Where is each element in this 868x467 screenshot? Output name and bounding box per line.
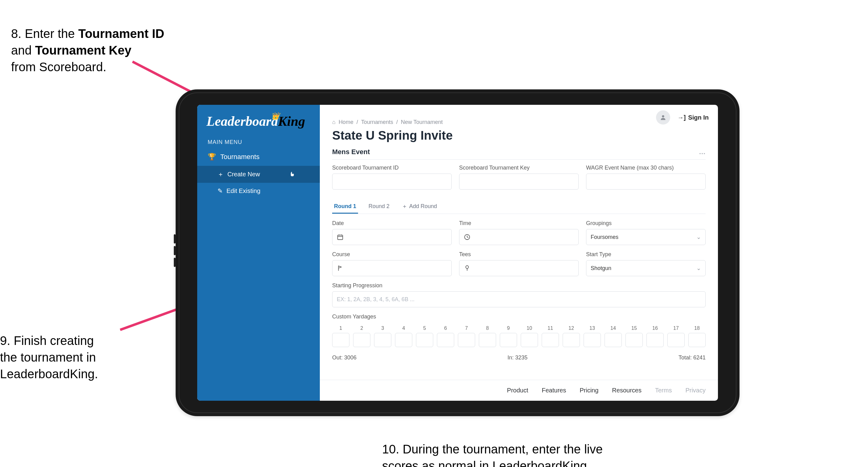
tablet-side-buttons [174, 234, 176, 269]
hole-number: 1 [332, 325, 349, 333]
hole-column: 8 [479, 325, 496, 347]
hole-yardage-input[interactable] [647, 333, 664, 347]
hole-yardage-input[interactable] [479, 333, 496, 347]
hole-yardage-input[interactable] [437, 333, 454, 347]
hole-number: 7 [458, 325, 475, 333]
breadcrumb-tournaments[interactable]: Tournaments [361, 119, 393, 125]
add-round-button[interactable]: ＋ Add Round [400, 199, 439, 214]
hole-number: 12 [563, 325, 580, 333]
breadcrumb: ⌂ Home / Tournaments / New Tournament [332, 119, 706, 125]
add-round-label: Add Round [409, 203, 437, 210]
footer-link-pricing[interactable]: Pricing [580, 387, 598, 394]
more-icon[interactable]: … [699, 148, 706, 156]
label-course: Course [332, 251, 452, 258]
sidebar-item-create-new[interactable]: ＋ Create New [197, 166, 320, 183]
hole-yardage-input[interactable] [688, 333, 706, 347]
sidebar-section-label: MAIN MENU [197, 135, 320, 148]
hole-yardage-input[interactable] [521, 333, 538, 347]
hole-yardage-input[interactable] [353, 333, 370, 347]
user-icon [660, 114, 666, 121]
hole-yardage-input[interactable] [416, 333, 433, 347]
hole-yardage-input[interactable] [584, 333, 601, 347]
hole-number: 15 [625, 325, 643, 333]
footer: Product Features Pricing Resources Terms… [320, 380, 718, 401]
footer-link-product[interactable]: Product [507, 387, 528, 394]
app-sidebar: LeaderboardKing 👑 MAIN MENU 🏆 Tournament… [197, 105, 320, 401]
tablet-frame: LeaderboardKing 👑 MAIN MENU 🏆 Tournament… [176, 89, 740, 416]
sidebar-item-tournaments[interactable]: 🏆 Tournaments [197, 148, 320, 166]
sidebar-item-label: Tournaments [220, 153, 259, 161]
select-groupings-value: Foursomes [591, 234, 618, 240]
input-wagr-event-name[interactable] [586, 174, 706, 189]
logo-text-king: King [278, 114, 305, 129]
main-content: →] Sign In ⌂ Home / Tournaments / New To… [320, 105, 718, 401]
hole-yardage-input[interactable] [395, 333, 412, 347]
hole-number: 18 [688, 325, 706, 333]
label-tees: Tees [459, 251, 579, 258]
footer-link-resources[interactable]: Resources [612, 387, 642, 394]
input-scoreboard-tournament-id[interactable] [332, 174, 452, 189]
annotation-text: and [11, 43, 35, 57]
footer-link-terms[interactable]: Terms [655, 387, 672, 394]
annotation-text-bold: Tournament Key [35, 43, 131, 57]
annotation-text: LeaderboardKing. [0, 367, 98, 381]
yardage-in: In: 3235 [507, 354, 528, 361]
flag-icon [337, 265, 344, 271]
row-date-time-groupings: Date Time Groupings Fou [332, 220, 706, 245]
hole-column: 13 [584, 325, 601, 347]
hole-column: 9 [500, 325, 517, 347]
breadcrumb-home[interactable]: Home [339, 119, 353, 125]
input-starting-progression[interactable]: EX: 1, 2A, 2B, 3, 4, 5, 6A, 6B ... [332, 291, 706, 307]
select-start-type[interactable]: Shotgun ⌄ [586, 260, 706, 276]
input-course[interactable] [332, 260, 452, 276]
footer-link-privacy[interactable]: Privacy [685, 387, 706, 394]
yardage-grid: 123456789101112131415161718 [332, 325, 706, 347]
hole-yardage-input[interactable] [625, 333, 643, 347]
page-content: ⌂ Home / Tournaments / New Tournament St… [320, 105, 718, 380]
annotation-step-8: 8. Enter the Tournament ID and Tournamen… [11, 25, 164, 75]
section-header: Mens Event … [332, 148, 706, 156]
hole-yardage-input[interactable] [542, 333, 559, 347]
page-title: State U Spring Invite [332, 128, 706, 142]
label-custom-yardages: Custom Yardages [332, 314, 706, 320]
hole-column: 5 [416, 325, 433, 347]
hole-column: 12 [563, 325, 580, 347]
plus-icon: ＋ [218, 170, 224, 178]
hole-yardage-input[interactable] [332, 333, 349, 347]
input-tees[interactable] [459, 260, 579, 276]
hole-yardage-input[interactable] [668, 333, 685, 347]
breadcrumb-separator: / [396, 119, 398, 125]
divider [332, 159, 706, 160]
hole-number: 4 [395, 325, 412, 333]
sidebar-item-label: Edit Existing [226, 187, 260, 195]
hole-column: 6 [437, 325, 454, 347]
hole-number: 9 [500, 325, 517, 333]
tab-round-1[interactable]: Round 1 [332, 199, 358, 213]
hole-yardage-input[interactable] [500, 333, 517, 347]
plus-icon: ＋ [402, 203, 407, 210]
avatar[interactable] [656, 110, 670, 124]
crown-icon: 👑 [271, 112, 279, 120]
hole-number: 14 [604, 325, 622, 333]
input-date[interactable] [332, 229, 452, 245]
hole-yardage-input[interactable] [458, 333, 475, 347]
annotation-text: 10. During the tournament, enter the liv… [382, 442, 603, 456]
hole-yardage-input[interactable] [374, 333, 391, 347]
sidebar-item-edit-existing[interactable]: ✎ Edit Existing [197, 183, 320, 199]
hole-yardage-input[interactable] [604, 333, 622, 347]
select-groupings[interactable]: Foursomes ⌄ [586, 229, 706, 245]
trophy-icon: 🏆 [208, 153, 216, 161]
round-tabs: Round 1 Round 2 ＋ Add Round [332, 199, 706, 214]
input-time[interactable] [459, 229, 579, 245]
calendar-icon [337, 234, 344, 240]
sign-in-button[interactable]: →] Sign In [678, 114, 709, 121]
input-scoreboard-tournament-key[interactable] [459, 174, 579, 189]
yardage-total: Total: 6241 [679, 354, 706, 361]
tab-round-2[interactable]: Round 2 [367, 199, 391, 213]
hole-column: 15 [625, 325, 643, 347]
hole-column: 7 [458, 325, 475, 347]
hole-yardage-input[interactable] [563, 333, 580, 347]
footer-link-features[interactable]: Features [542, 387, 566, 394]
annotation-text: scores as normal in LeaderboardKing. [382, 459, 590, 467]
placeholder-starting-progression: EX: 1, 2A, 2B, 3, 4, 5, 6A, 6B ... [337, 296, 414, 303]
